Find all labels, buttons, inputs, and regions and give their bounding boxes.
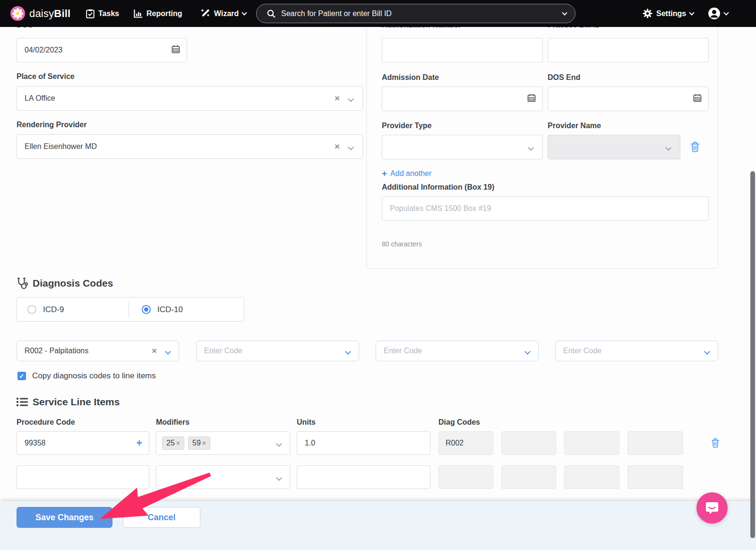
settings-chevron-down-icon bbox=[689, 10, 694, 15]
diagnosis-codes-heading: Diagnosis Codes bbox=[17, 277, 113, 289]
additional-info-input[interactable]: Populates CMS 1500 Box #19 bbox=[382, 196, 709, 221]
enter-code-placeholder: Enter Code bbox=[204, 347, 242, 355]
diagnosis-code-select-3[interactable]: Enter Code bbox=[376, 340, 539, 361]
rendering-provider-label: Rendering Provider bbox=[17, 121, 86, 129]
nav-reporting-label: Reporting bbox=[146, 9, 182, 18]
diagnosis-heading-label: Diagnosis Codes bbox=[33, 278, 113, 289]
nav-tasks[interactable]: Tasks bbox=[86, 9, 119, 18]
chevron-down-icon[interactable] bbox=[348, 96, 354, 102]
reporting-chart-icon bbox=[134, 9, 143, 18]
nav-settings[interactable]: Settings bbox=[643, 9, 694, 18]
brand-logo[interactable]: daisyBill bbox=[10, 6, 70, 21]
procedure-code-input-row2[interactable] bbox=[17, 465, 149, 489]
procedure-code-value[interactable] bbox=[25, 439, 141, 447]
modifiers-select-row2[interactable] bbox=[156, 465, 290, 489]
provider-name-select bbox=[548, 135, 680, 159]
calendar-icon[interactable] bbox=[693, 94, 702, 104]
procedure-code-col-label: Procedure Code bbox=[17, 418, 75, 427]
user-avatar-icon bbox=[708, 7, 721, 20]
remove-modifier-icon[interactable]: × bbox=[202, 439, 206, 447]
search-placeholder: Search for Patient or enter Bill ID bbox=[281, 9, 563, 18]
modifiers-col-label: Modifiers bbox=[156, 418, 189, 427]
chevron-down-icon[interactable] bbox=[345, 349, 351, 355]
chevron-down-icon[interactable] bbox=[704, 349, 710, 355]
nav-user-menu[interactable] bbox=[708, 7, 728, 20]
chevron-down-icon[interactable] bbox=[528, 145, 534, 151]
procedure-code-input[interactable]: + bbox=[17, 431, 149, 455]
provider-type-select[interactable] bbox=[382, 135, 543, 159]
diagnosis-code-select-1[interactable]: R002 - Palpitations × bbox=[17, 340, 179, 361]
place-of-service-select[interactable]: LA Office × bbox=[17, 86, 363, 111]
copy-diagnosis-checkbox[interactable]: ✓ bbox=[17, 372, 26, 380]
chat-widget-button[interactable] bbox=[696, 492, 728, 524]
modifier-tag[interactable]: 59× bbox=[188, 437, 210, 450]
chevron-down-icon[interactable] bbox=[276, 441, 282, 447]
diagnosis-code-select-2[interactable]: Enter Code bbox=[196, 340, 359, 361]
icd10-radio[interactable] bbox=[142, 305, 151, 314]
global-search-input[interactable]: Search for Patient or enter Bill ID bbox=[256, 4, 576, 23]
modifier-value: 59 bbox=[192, 439, 201, 447]
add-another-link[interactable]: + Add another bbox=[382, 169, 431, 178]
char-count: 80 characters bbox=[382, 240, 422, 248]
tasks-clipboard-icon bbox=[86, 9, 94, 18]
units-input[interactable] bbox=[297, 431, 430, 455]
additional-info-label: Additional Information (Box 19) bbox=[382, 183, 494, 192]
scrollbar-thumb[interactable] bbox=[750, 171, 755, 538]
remove-modifier-icon[interactable]: × bbox=[176, 439, 180, 447]
chevron-down-icon[interactable] bbox=[524, 349, 531, 355]
units-col-label: Units bbox=[297, 418, 316, 427]
top-nav: daisyBill Tasks Reporting Wizard bbox=[0, 0, 756, 27]
diag-code-box-2[interactable] bbox=[501, 431, 556, 455]
nav-tasks-label: Tasks bbox=[98, 9, 119, 18]
units-input-row2[interactable] bbox=[297, 465, 430, 489]
diag-code-box-4[interactable] bbox=[627, 431, 683, 455]
place-of-service-value: LA Office bbox=[25, 94, 55, 103]
icd9-radio[interactable] bbox=[27, 305, 36, 314]
diag-code-box-1[interactable]: R002 bbox=[438, 431, 493, 455]
nav-reporting[interactable]: Reporting bbox=[134, 9, 182, 18]
chevron-down-icon[interactable] bbox=[348, 144, 354, 150]
modifiers-select[interactable]: 25× 59× bbox=[156, 431, 290, 455]
dos-date-input[interactable] bbox=[25, 46, 179, 54]
diag-code-box-3[interactable] bbox=[564, 431, 619, 455]
list-icon bbox=[17, 397, 28, 407]
clear-icon[interactable]: × bbox=[335, 142, 340, 151]
add-procedure-plus-icon[interactable]: + bbox=[136, 437, 142, 449]
diag-code-box-row2-2[interactable] bbox=[501, 465, 556, 489]
clear-icon[interactable]: × bbox=[335, 94, 340, 103]
chevron-down-icon[interactable] bbox=[165, 349, 171, 355]
delete-provider-trash-icon[interactable] bbox=[690, 141, 700, 154]
stethoscope-icon bbox=[17, 277, 28, 289]
units-value[interactable] bbox=[305, 439, 422, 447]
service-line-items-heading: Service Line Items bbox=[17, 396, 120, 408]
authorization-number-input[interactable] bbox=[382, 38, 543, 62]
chevron-down-icon bbox=[242, 10, 247, 15]
dos-date-field[interactable] bbox=[17, 38, 187, 62]
cancel-button[interactable]: Cancel bbox=[123, 507, 200, 528]
diagnosis-code-select-4[interactable]: Enter Code bbox=[555, 340, 718, 361]
diag-codes-col-label: Diag Codes bbox=[438, 418, 480, 427]
admission-date-field[interactable] bbox=[382, 87, 543, 111]
icd9-label: ICD-9 bbox=[43, 305, 64, 314]
plus-icon: + bbox=[382, 169, 387, 178]
diag-code-box-row2-3[interactable] bbox=[564, 465, 619, 489]
calendar-icon[interactable] bbox=[172, 45, 180, 55]
calendar-icon[interactable] bbox=[527, 94, 536, 104]
action-footer: Save Changes Cancel bbox=[0, 501, 756, 550]
delete-line-trash-icon[interactable] bbox=[711, 438, 720, 450]
provider-type-label: Provider Type bbox=[382, 122, 432, 130]
nav-wizard[interactable]: Wizard bbox=[201, 9, 246, 18]
clear-icon[interactable]: × bbox=[152, 346, 157, 356]
enter-code-placeholder: Enter Code bbox=[384, 347, 422, 355]
practice-bill-id-input[interactable] bbox=[548, 38, 709, 62]
chevron-down-icon[interactable] bbox=[276, 475, 282, 481]
rendering-provider-select[interactable]: Ellen Eisenhower MD × bbox=[17, 134, 363, 159]
dos-end-label: DOS End bbox=[548, 73, 580, 82]
service-lines-heading-label: Service Line Items bbox=[33, 396, 120, 408]
dos-end-field[interactable] bbox=[548, 87, 709, 111]
user-chevron-down-icon bbox=[723, 10, 729, 15]
diag-code-box-row2-4[interactable] bbox=[627, 465, 683, 489]
diag-code-box-row2-1[interactable] bbox=[438, 465, 493, 489]
modifier-tag[interactable]: 25× bbox=[162, 437, 184, 450]
save-changes-button[interactable]: Save Changes bbox=[17, 507, 112, 528]
